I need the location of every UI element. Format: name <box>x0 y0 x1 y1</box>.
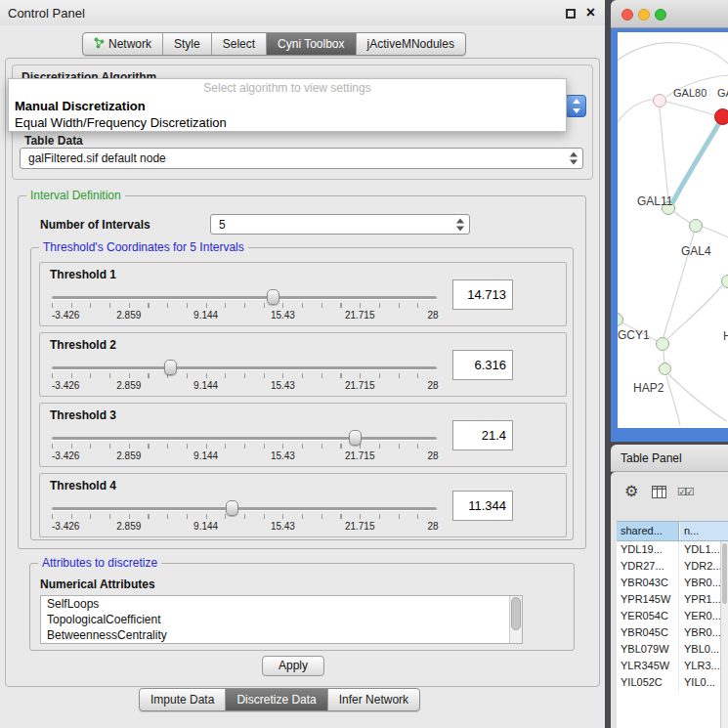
tab-label: jActiveMNodules <box>367 37 454 51</box>
cell-shared-name[interactable]: YDR27... <box>617 558 679 575</box>
tab-style[interactable]: Style <box>162 33 211 55</box>
table-row[interactable]: YIL052CYIL0... <box>617 674 728 691</box>
table-row[interactable]: YDR27...YDR2... <box>617 558 728 575</box>
threshold-4-panel: Threshold 4 -3.426 2.859 9.144 15.43 21.… <box>39 473 567 537</box>
tick-label: 2.859 <box>116 310 141 321</box>
slider-thumb[interactable] <box>267 289 279 305</box>
slider-thumb[interactable] <box>164 360 177 375</box>
threshold-1-slider[interactable]: -3.426 2.859 9.144 15.43 21.715 28 <box>52 288 437 325</box>
network-canvas[interactable]: GAL80 GA GAL11 GAL4 GCY1 HAP2 H <box>618 32 728 428</box>
cell-shared-name[interactable]: YBL079W <box>617 641 679 658</box>
tick-label: 9.144 <box>193 380 218 391</box>
attributes-group: Attributes to discretize Numerical Attri… <box>29 563 575 651</box>
column-header-name[interactable]: n... <box>680 522 728 540</box>
threshold-1-value-field[interactable]: 14.713 <box>452 279 513 310</box>
threshold-3-panel: Threshold 3 -3.426 2.859 9.144 15.43 21.… <box>39 403 567 467</box>
tab-label: Impute Data <box>150 693 214 707</box>
tab-impute-data[interactable]: Impute Data <box>140 689 225 710</box>
threshold-3-slider[interactable]: -3.426 2.859 9.144 15.43 21.715 28 <box>52 429 437 466</box>
slider-track[interactable] <box>52 366 437 369</box>
combobox-arrows-icon <box>456 218 464 231</box>
network-node[interactable] <box>721 275 728 288</box>
cell-shared-name[interactable]: YPR145W <box>617 591 679 608</box>
tick-label: 28 <box>428 521 439 532</box>
list-scrollbar[interactable] <box>509 596 522 643</box>
scrollbar-thumb[interactable] <box>511 597 521 630</box>
threshold-4-value-field[interactable]: 11.344 <box>452 491 513 521</box>
slider-track[interactable] <box>52 296 437 299</box>
tab-network[interactable]: Network <box>83 33 162 55</box>
node-label-partial: H <box>723 329 728 343</box>
table-row[interactable]: YBR043CYBR0... <box>617 575 728 591</box>
table-row[interactable]: YBL079WYBL0... <box>617 641 728 658</box>
thresholds-legend: Threshold's Coordinates for 5 Intervals <box>39 240 248 254</box>
tick-label: 28 <box>428 450 439 461</box>
tick-label: 15.43 <box>271 450 295 461</box>
table-row[interactable]: YLR345WYLR3... <box>617 658 728 674</box>
column-header-shared-name[interactable]: shared... <box>617 522 679 540</box>
zoom-traffic-light[interactable] <box>655 9 666 21</box>
gear-icon[interactable]: ⚙ <box>624 482 638 500</box>
table-data-combobox[interactable]: galFiltered.sif default node <box>20 148 583 169</box>
network-node[interactable] <box>689 219 703 233</box>
node-attribute-table[interactable]: shared... n... YDL19...YDL1... YDR27...Y… <box>617 521 728 728</box>
network-node[interactable] <box>653 94 666 107</box>
tab-jactivemodules[interactable]: jActiveMNodules <box>356 33 465 55</box>
numerical-attributes-list[interactable]: SelfLoops TopologicalCoefficient Between… <box>40 595 523 644</box>
list-item[interactable]: BetweennessCentrality <box>41 627 522 643</box>
threshold-2-slider[interactable]: -3.426 2.859 9.144 15.43 21.715 28 <box>52 359 437 396</box>
node-label-gcy1: GCY1 <box>618 328 650 342</box>
apply-button[interactable]: Apply <box>262 656 324 676</box>
list-item[interactable]: SelfLoops <box>41 596 522 612</box>
threshold-1-panel: Threshold 1 -3.426 2.859 9.144 15.43 21.… <box>39 262 567 326</box>
cell-shared-name[interactable]: YBR045C <box>617 624 679 641</box>
network-node-selected[interactable] <box>714 108 728 125</box>
tab-label: Discretize Data <box>236 693 316 707</box>
slider-thumb[interactable] <box>226 500 238 516</box>
slider-thumb[interactable] <box>349 430 362 446</box>
slider-ticks <box>52 444 437 449</box>
tick-label: 15.43 <box>271 310 295 321</box>
network-node[interactable] <box>659 363 671 375</box>
table-row[interactable]: YDL19...YDL1... <box>617 541 728 558</box>
close-traffic-light[interactable] <box>621 9 633 21</box>
minimize-traffic-light[interactable] <box>638 9 650 21</box>
scrollbar-thumb[interactable] <box>722 543 727 604</box>
cell-shared-name[interactable]: YER054C <box>617 608 679 624</box>
float-window-button[interactable] <box>566 9 576 19</box>
table-row[interactable]: YBR045CYBR0... <box>617 624 728 641</box>
threshold-4-slider[interactable]: -3.426 2.859 9.144 15.43 21.715 28 <box>52 499 437 536</box>
select-all-checkboxes-icon[interactable]: ☑☑ <box>677 486 693 498</box>
cell-shared-name[interactable]: YDL19... <box>617 541 679 558</box>
column-chooser-icon[interactable] <box>652 485 666 502</box>
threshold-2-value-field[interactable]: 6.316 <box>452 350 513 380</box>
tick-label: -3.426 <box>52 310 79 321</box>
algorithm-hint-option[interactable]: Select algorithm to view settings <box>9 81 566 95</box>
cell-shared-name[interactable]: YIL052C <box>617 674 679 691</box>
combobox-arrows-icon <box>570 152 578 165</box>
tick-label: 2.859 <box>116 380 141 391</box>
tab-select[interactable]: Select <box>211 33 266 55</box>
tab-discretize-data[interactable]: Discretize Data <box>225 689 326 710</box>
list-item[interactable]: TopologicalCoefficient <box>41 612 522 627</box>
slider-track[interactable] <box>52 507 437 510</box>
table-row[interactable]: YPR145WYPR1... <box>617 591 728 608</box>
algorithm-option-manual[interactable]: Manual Discretization <box>15 99 146 113</box>
tab-cyni-toolbox[interactable]: Cyni Toolbox <box>266 33 355 55</box>
network-node[interactable] <box>656 337 669 351</box>
algorithm-option-equal-width[interactable]: Equal Width/Frequency Discretization <box>15 115 227 130</box>
table-row[interactable]: YER054CYER0... <box>617 608 728 624</box>
tick-label: 2.859 <box>116 521 141 532</box>
tab-infer-network[interactable]: Infer Network <box>327 689 419 710</box>
tick-label: 21.715 <box>345 450 375 461</box>
table-scrollbar[interactable] <box>720 541 728 728</box>
table-data-label: Table Data <box>24 134 83 148</box>
combobox-arrows-icon[interactable] <box>566 95 586 117</box>
threshold-3-value-field[interactable]: 21.4 <box>452 420 513 450</box>
network-view-window: GAL80 GA GAL11 GAL4 GCY1 HAP2 H <box>611 0 728 442</box>
slider-track[interactable] <box>52 437 437 440</box>
cell-shared-name[interactable]: YLR345W <box>617 658 679 674</box>
number-of-intervals-combobox[interactable]: 5 <box>210 214 470 235</box>
cell-shared-name[interactable]: YBR043C <box>617 575 679 591</box>
close-window-button[interactable]: × <box>586 4 595 21</box>
